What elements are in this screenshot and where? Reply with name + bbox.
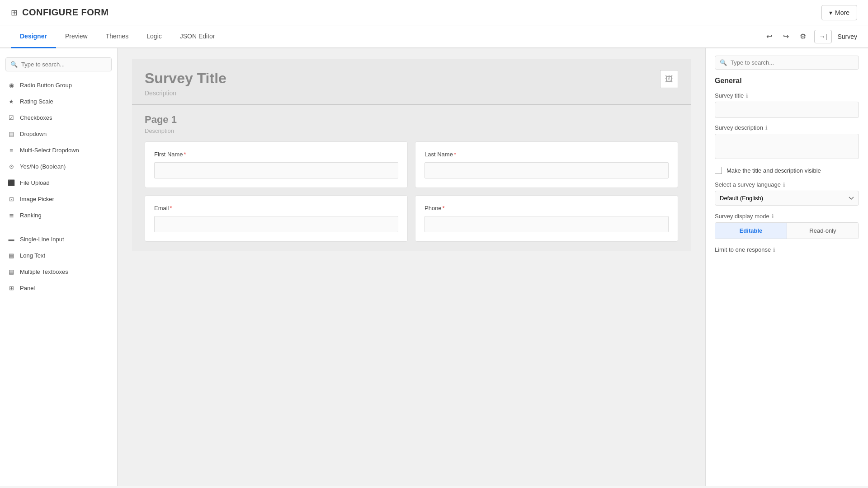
survey-title: Survey Title xyxy=(145,70,226,87)
sidebar-item-label: File Upload xyxy=(20,179,50,186)
language-info-icon[interactable]: ℹ xyxy=(783,182,785,188)
last-name-label: Last Name* xyxy=(425,151,669,158)
sidebar-item-label: Long Text xyxy=(20,252,45,259)
survey-label: Survey xyxy=(837,33,857,40)
sidebar-item-panel[interactable]: ⊞ Panel xyxy=(0,280,117,296)
right-search-box[interactable]: 🔍 xyxy=(715,56,859,70)
sidebar-search-input[interactable] xyxy=(21,61,107,68)
sidebar-item-label: Checkboxes xyxy=(20,114,52,121)
phone-input[interactable] xyxy=(425,216,669,232)
field-first-name[interactable]: First Name* xyxy=(145,141,408,188)
sidebar-item-label: Dropdown xyxy=(20,131,47,137)
sidebar-item-multiple-textboxes[interactable]: ▤ Multiple Textboxes xyxy=(0,263,117,280)
field-email[interactable]: Email* xyxy=(145,195,408,242)
survey-title-input[interactable] xyxy=(715,102,859,118)
page-title: Page 1 xyxy=(145,114,678,126)
sidebar-item-single-line-input[interactable]: ▬ Single-Line Input xyxy=(0,231,117,247)
sidebar-item-rating-scale[interactable]: ★ Rating Scale xyxy=(0,93,117,109)
right-panel: 🔍 General Survey title ℹ Survey descript… xyxy=(705,48,868,486)
sidebar-item-file-upload[interactable]: ⬛ File Upload xyxy=(0,174,117,191)
file-upload-icon: ⬛ xyxy=(7,178,15,187)
first-name-required: * xyxy=(184,151,186,158)
display-mode-info-icon[interactable]: ℹ xyxy=(772,213,774,220)
sidebar-item-label: Multiple Textboxes xyxy=(20,268,68,275)
display-mode-readonly-button[interactable]: Read-only xyxy=(787,223,859,239)
sidebar-item-yes-no-boolean[interactable]: ⊙ Yes/No (Boolean) xyxy=(0,158,117,174)
first-name-input[interactable] xyxy=(154,162,398,178)
language-field-label: Select a survey language ℹ xyxy=(715,181,859,188)
more-button[interactable]: ▾ More xyxy=(821,5,857,20)
top-bar-left: ⊞ CONFIGURE FORM xyxy=(11,7,108,18)
email-label: Email* xyxy=(154,205,398,211)
ranking-icon: ≣ xyxy=(7,211,15,219)
more-chevron-icon: ▾ xyxy=(829,9,832,16)
first-name-label: First Name* xyxy=(154,151,398,158)
sidebar-item-label: Radio Button Group xyxy=(20,82,72,89)
survey-description-input[interactable] xyxy=(715,134,859,159)
last-name-required: * xyxy=(454,151,456,158)
image-picker-icon: ⊡ xyxy=(7,195,15,203)
tab-designer[interactable]: Designer xyxy=(11,25,56,48)
page-title: CONFIGURE FORM xyxy=(22,7,108,18)
dropdown-icon: ▤ xyxy=(7,130,15,138)
nav-tabs: Designer Preview Themes Logic JSON Edito… xyxy=(0,25,868,48)
survey-title-info-icon[interactable]: ℹ xyxy=(746,93,748,99)
visibility-checkbox-label: Make the title and description visible xyxy=(726,167,821,174)
display-mode-editable-button[interactable]: Editable xyxy=(715,223,787,239)
right-search-icon: 🔍 xyxy=(720,59,727,66)
email-required: * xyxy=(170,205,172,211)
survey-title-field-label: Survey title ℹ xyxy=(715,92,859,99)
left-sidebar: 🔍 ◉ Radio Button Group ★ Rating Scale ☑ … xyxy=(0,48,118,486)
sidebar-item-image-picker[interactable]: ⊡ Image Picker xyxy=(0,191,117,207)
sidebar-item-dropdown[interactable]: ▤ Dropdown xyxy=(0,126,117,142)
right-search-input[interactable] xyxy=(731,59,854,66)
sidebar-item-checkboxes[interactable]: ☑ Checkboxes xyxy=(0,109,117,126)
star-icon: ★ xyxy=(7,97,15,105)
tab-logic[interactable]: Logic xyxy=(137,25,170,48)
tab-preview[interactable]: Preview xyxy=(56,25,97,48)
display-mode-label: Survey display mode ℹ xyxy=(715,213,859,220)
multi-select-icon: ≡ xyxy=(7,146,15,154)
survey-description-info-icon[interactable]: ℹ xyxy=(765,125,768,131)
sidebar-item-label: Image Picker xyxy=(20,196,54,202)
sidebar-item-multi-select-dropdown[interactable]: ≡ Multi-Select Dropdown xyxy=(0,142,117,158)
phone-label: Phone* xyxy=(425,205,669,211)
more-label: More xyxy=(835,9,849,16)
visibility-checkbox-row: Make the title and description visible xyxy=(715,167,859,174)
form-icon: ⊞ xyxy=(11,8,18,18)
long-text-icon: ▤ xyxy=(7,251,15,259)
field-last-name[interactable]: Last Name* xyxy=(415,141,678,188)
top-bar: ⊞ CONFIGURE FORM ▾ More xyxy=(0,0,868,25)
single-line-icon: ▬ xyxy=(7,235,15,243)
limit-response-label: Limit to one response ℹ xyxy=(715,246,859,253)
limit-response-info-icon[interactable]: ℹ xyxy=(773,247,775,253)
multiple-textboxes-icon: ▤ xyxy=(7,267,15,276)
sidebar-item-label: Ranking xyxy=(20,212,42,219)
survey-header-content: Survey Title Description xyxy=(145,70,226,97)
survey-image-placeholder[interactable]: 🖼 xyxy=(660,70,678,88)
phone-required: * xyxy=(443,205,445,211)
tab-json-editor[interactable]: JSON Editor xyxy=(171,25,224,48)
settings-button[interactable]: ⚙ xyxy=(797,29,809,43)
sidebar-divider xyxy=(7,227,110,227)
last-name-input[interactable] xyxy=(425,162,669,178)
email-input[interactable] xyxy=(154,216,398,232)
visibility-checkbox[interactable] xyxy=(715,167,722,174)
sidebar-item-radio-button-group[interactable]: ◉ Radio Button Group xyxy=(0,77,117,93)
sidebar-search-box[interactable]: 🔍 xyxy=(5,57,112,71)
form-grid: First Name* Last Name* Email* xyxy=(145,141,678,242)
tab-themes[interactable]: Themes xyxy=(97,25,138,48)
field-phone[interactable]: Phone* xyxy=(415,195,678,242)
display-mode-toggle: Editable Read-only xyxy=(715,222,859,239)
sidebar-item-ranking[interactable]: ≣ Ranking xyxy=(0,207,117,223)
language-select[interactable]: Default (English) Spanish French German xyxy=(715,191,859,206)
language-select-row: Select a survey language ℹ Default (Engl… xyxy=(715,181,859,206)
survey-header[interactable]: Survey Title Description 🖼 xyxy=(132,59,691,105)
sidebar-item-long-text[interactable]: ▤ Long Text xyxy=(0,247,117,263)
redo-button[interactable]: ↪ xyxy=(780,29,792,43)
panel-section-title: General xyxy=(715,77,859,85)
page-section: Page 1 Description First Name* Last Name… xyxy=(132,105,691,251)
collapse-button[interactable]: →| xyxy=(814,30,832,43)
undo-button[interactable]: ↩ xyxy=(764,29,775,43)
page-description-text: Description xyxy=(145,127,678,134)
